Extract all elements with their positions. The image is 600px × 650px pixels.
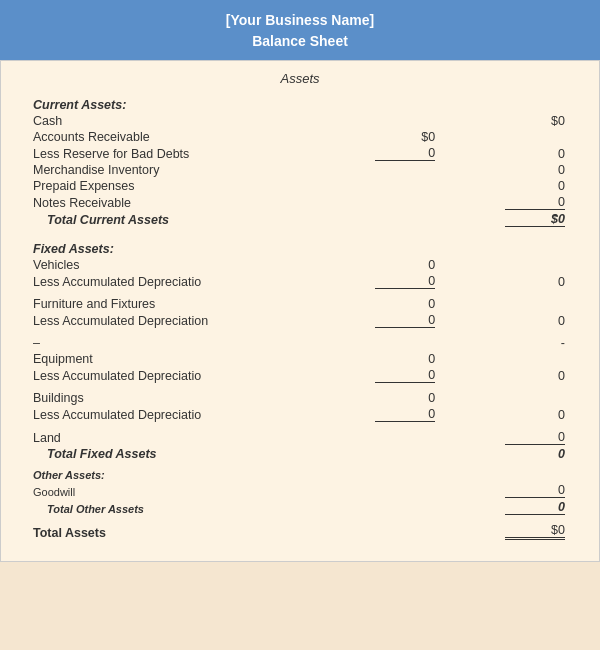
total-other-assets-row: Total Other Assets 0 bbox=[31, 499, 569, 516]
other-assets-header: Other Assets: bbox=[31, 468, 327, 482]
accounts-receivable-row: Accounts Receivable $0 bbox=[31, 129, 569, 145]
merchandise-inventory-label: Merchandise Inventory bbox=[31, 162, 327, 178]
buildings-label: Buildings bbox=[31, 390, 327, 406]
furniture-fixtures-label: Furniture and Fixtures bbox=[31, 296, 327, 312]
total-assets-label: Total Assets bbox=[31, 522, 327, 541]
prepaid-expenses-label: Prepaid Expenses bbox=[31, 178, 327, 194]
goodwill-value: 0 bbox=[505, 483, 565, 498]
notes-receivable-value: 0 bbox=[505, 195, 565, 210]
less-accum-dep-buildings-row: Less Accumulated Depreciatio 0 0 bbox=[31, 406, 569, 423]
less-accum-dep-equipment-label: Less Accumulated Depreciatio bbox=[31, 367, 327, 384]
fixed-assets-header-row: Fixed Assets: bbox=[31, 234, 569, 257]
less-accum-dep-vehicles-label: Less Accumulated Depreciatio bbox=[31, 273, 327, 290]
cash-row: Cash $0 bbox=[31, 113, 569, 129]
vehicles-label: Vehicles bbox=[31, 257, 327, 273]
less-accum-dep-equipment-row: Less Accumulated Depreciatio 0 0 bbox=[31, 367, 569, 384]
cash-value: $0 bbox=[445, 113, 569, 129]
accounts-receivable-label: Accounts Receivable bbox=[31, 129, 327, 145]
less-accum-dep-furniture-mid: 0 bbox=[375, 313, 435, 328]
less-accum-dep-furniture-value: 0 bbox=[445, 312, 569, 329]
buildings-value: 0 bbox=[327, 390, 445, 406]
vehicles-row: Vehicles 0 bbox=[31, 257, 569, 273]
vehicles-value: 0 bbox=[327, 257, 445, 273]
less-accum-dep-buildings-label: Less Accumulated Depreciatio bbox=[31, 406, 327, 423]
goodwill-row: Goodwill 0 bbox=[31, 482, 569, 499]
less-accum-dep-buildings-value: 0 bbox=[445, 406, 569, 423]
prepaid-expenses-row: Prepaid Expenses 0 bbox=[31, 178, 569, 194]
equipment-value: 0 bbox=[327, 351, 445, 367]
total-current-assets-label: Total Current Assets bbox=[31, 211, 327, 228]
total-current-assets-value: $0 bbox=[505, 212, 565, 227]
current-assets-header: Current Assets: bbox=[31, 90, 327, 113]
total-assets-value: $0 bbox=[505, 523, 565, 540]
prepaid-expenses-value: 0 bbox=[445, 178, 569, 194]
total-fixed-assets-row: Total Fixed Assets 0 bbox=[31, 446, 569, 462]
notes-receivable-label: Notes Receivable bbox=[31, 194, 327, 211]
land-value: 0 bbox=[505, 430, 565, 445]
sheet-title: Balance Sheet bbox=[0, 31, 600, 52]
land-row: Land 0 bbox=[31, 429, 569, 446]
other-assets-header-row: Other Assets: bbox=[31, 468, 569, 482]
less-accum-dep-buildings-mid: 0 bbox=[375, 407, 435, 422]
business-name: [Your Business Name] bbox=[0, 10, 600, 31]
current-assets-header-row: Current Assets: bbox=[31, 90, 569, 113]
less-accum-dep-vehicles-mid: 0 bbox=[375, 274, 435, 289]
page-header: [Your Business Name] Balance Sheet bbox=[0, 0, 600, 60]
goodwill-label: Goodwill bbox=[31, 482, 327, 499]
assets-title: Assets bbox=[31, 61, 569, 90]
less-accum-dep-furniture-label: Less Accumulated Depreciation bbox=[31, 312, 327, 329]
less-accum-dep-furniture-row: Less Accumulated Depreciation 0 0 bbox=[31, 312, 569, 329]
less-accum-dep-equipment-value: 0 bbox=[445, 367, 569, 384]
blank-label: – bbox=[31, 335, 327, 351]
less-reserve-value: 0 bbox=[445, 145, 569, 162]
total-fixed-assets-value: 0 bbox=[445, 446, 569, 462]
equipment-row: Equipment 0 bbox=[31, 351, 569, 367]
total-fixed-assets-label: Total Fixed Assets bbox=[31, 446, 327, 462]
land-label: Land bbox=[31, 429, 327, 446]
less-reserve-row: Less Reserve for Bad Debts 0 0 bbox=[31, 145, 569, 162]
less-reserve-label: Less Reserve for Bad Debts bbox=[31, 145, 327, 162]
total-other-assets-label: Total Other Assets bbox=[31, 499, 327, 516]
total-current-assets-row: Total Current Assets $0 bbox=[31, 211, 569, 228]
accounts-receivable-value: $0 bbox=[327, 129, 445, 145]
total-assets-row: Total Assets $0 bbox=[31, 522, 569, 541]
less-accum-dep-vehicles-row: Less Accumulated Depreciatio 0 0 bbox=[31, 273, 569, 290]
cash-label: Cash bbox=[31, 113, 327, 129]
less-reserve-mid: 0 bbox=[375, 146, 435, 161]
total-other-assets-value: 0 bbox=[505, 500, 565, 515]
balance-sheet-content: Assets Current Assets: Cash $0 Accounts … bbox=[0, 60, 600, 562]
notes-receivable-row: Notes Receivable 0 bbox=[31, 194, 569, 211]
equipment-label: Equipment bbox=[31, 351, 327, 367]
furniture-fixtures-row: Furniture and Fixtures 0 bbox=[31, 296, 569, 312]
merchandise-inventory-row: Merchandise Inventory 0 bbox=[31, 162, 569, 178]
blank-value: - bbox=[445, 335, 569, 351]
buildings-row: Buildings 0 bbox=[31, 390, 569, 406]
furniture-fixtures-value: 0 bbox=[327, 296, 445, 312]
less-accum-dep-equipment-mid: 0 bbox=[375, 368, 435, 383]
blank-row: – - bbox=[31, 335, 569, 351]
merchandise-inventory-value: 0 bbox=[445, 162, 569, 178]
fixed-assets-header: Fixed Assets: bbox=[31, 234, 327, 257]
balance-sheet-table: Current Assets: Cash $0 Accounts Receiva… bbox=[31, 90, 569, 541]
less-accum-dep-vehicles-value: 0 bbox=[445, 273, 569, 290]
